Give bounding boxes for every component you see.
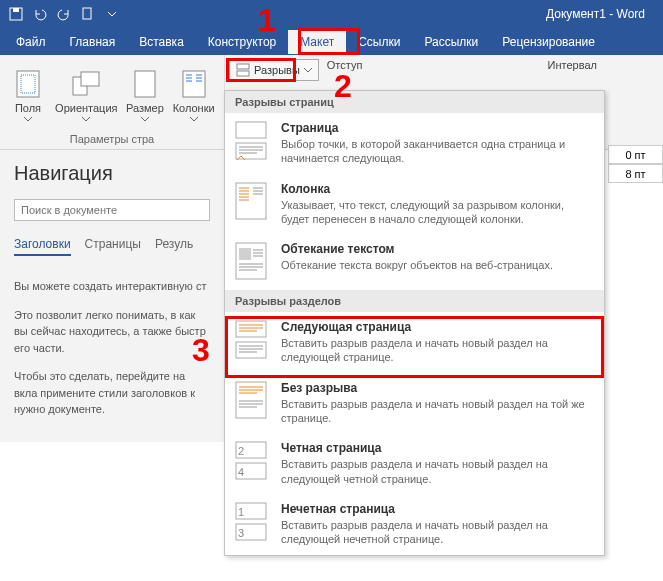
continuous-icon	[235, 381, 269, 421]
breaks-button[interactable]: Разрывы	[229, 59, 319, 81]
search-input[interactable]	[14, 199, 210, 221]
page-break-desc: Выбор точки, в которой заканчивается одн…	[281, 137, 594, 166]
menu-insert[interactable]: Вставка	[127, 30, 196, 54]
svg-rect-6	[81, 72, 99, 86]
navigation-tabs: Заголовки Страницы Резуль	[14, 237, 210, 256]
orientation-label: Ориентация	[55, 102, 117, 114]
spacing-before-input[interactable]: 0 пт	[608, 145, 663, 164]
qat-menu-icon[interactable]	[104, 6, 120, 22]
continuous-title: Без разрыва	[281, 381, 594, 395]
continuous-desc: Вставить разрыв раздела и начать новый р…	[281, 397, 594, 426]
spacing-after-input[interactable]: 8 пт	[608, 164, 663, 183]
spacing-label: Интервал	[548, 59, 597, 71]
odd-page-icon: 13	[235, 502, 269, 542]
svg-rect-16	[237, 71, 249, 76]
even-page-title: Четная страница	[281, 441, 594, 455]
dropdown-header-sections: Разрывы разделов	[225, 290, 604, 312]
column-break-icon	[235, 182, 269, 222]
dropdown-header-pages: Разрывы страниц	[225, 91, 604, 113]
size-label: Размер	[126, 102, 164, 114]
spacing-inputs: 0 пт 8 пт	[608, 145, 663, 183]
menu-bar: Файл Главная Вставка Конструктор Макет С…	[0, 28, 663, 55]
chevron-down-icon	[190, 117, 198, 122]
orientation-button[interactable]: Ориентация	[52, 59, 121, 131]
chevron-down-icon	[82, 117, 90, 122]
menuitem-page-break[interactable]: СтраницаВыбор точки, в которой заканчива…	[225, 113, 604, 174]
margins-label: Поля	[15, 102, 41, 114]
next-page-title: Следующая страница	[281, 320, 594, 334]
breaks-dropdown: Разрывы страниц СтраницаВыбор точки, в к…	[224, 90, 605, 556]
tab-pages[interactable]: Страницы	[85, 237, 141, 256]
svg-rect-7	[135, 71, 155, 97]
tab-headings[interactable]: Заголовки	[14, 237, 71, 256]
menu-design[interactable]: Конструктор	[196, 30, 288, 54]
nav-text-2: Это позволит легко понимать, в как вы се…	[14, 307, 210, 357]
text-wrapping-desc: Обтекание текста вокруг объектов на веб-…	[281, 258, 594, 272]
svg-text:4: 4	[238, 466, 244, 478]
columns-icon	[178, 68, 210, 100]
margins-button[interactable]: Поля	[6, 59, 50, 131]
svg-text:2: 2	[238, 445, 244, 457]
svg-text:1: 1	[238, 506, 244, 518]
menuitem-even-page[interactable]: 24 Четная страницаВставить разрыв раздел…	[225, 433, 604, 494]
even-page-icon: 24	[235, 441, 269, 481]
svg-rect-23	[236, 342, 266, 358]
chevron-down-icon	[24, 117, 32, 122]
page-break-title: Страница	[281, 121, 594, 135]
svg-rect-15	[237, 64, 249, 69]
menuitem-continuous[interactable]: Без разрываВставить разрыв раздела и нач…	[225, 373, 604, 434]
menuitem-odd-page[interactable]: 13 Нечетная страницаВставить разрыв разд…	[225, 494, 604, 555]
menu-references[interactable]: Ссылки	[346, 30, 412, 54]
page-setup-group: Поля Ориентация Размер Колонки Параметры…	[0, 55, 225, 149]
svg-text:3: 3	[238, 527, 244, 539]
tab-results[interactable]: Резуль	[155, 237, 193, 256]
chevron-down-icon	[304, 68, 312, 73]
menu-file[interactable]: Файл	[4, 30, 58, 54]
text-wrapping-icon	[235, 242, 269, 282]
document-title: Документ1 - Word	[120, 7, 655, 21]
margins-icon	[12, 68, 44, 100]
redo-icon[interactable]	[56, 6, 72, 22]
column-break-desc: Указывает, что текст, следующий за разры…	[281, 198, 594, 227]
navigation-title: Навигация	[14, 162, 210, 185]
save-icon[interactable]	[8, 6, 24, 22]
next-page-desc: Вставить разрыв раздела и начать новый р…	[281, 336, 594, 365]
svg-rect-22	[236, 321, 266, 337]
column-break-title: Колонка	[281, 182, 594, 196]
menu-layout[interactable]: Макет	[288, 30, 346, 54]
nav-text-3: Чтобы это сделать, перейдите на вкла при…	[14, 368, 210, 418]
svg-rect-21	[239, 248, 251, 260]
breaks-label: Разрывы	[254, 64, 300, 76]
menu-review[interactable]: Рецензирование	[490, 30, 607, 54]
page-break-icon	[235, 121, 269, 161]
columns-label: Колонки	[173, 102, 215, 114]
text-wrapping-title: Обтекание текстом	[281, 242, 594, 256]
menuitem-column-break[interactable]: КолонкаУказывает, что текст, следующий з…	[225, 174, 604, 235]
svg-rect-2	[83, 8, 91, 19]
menuitem-next-page[interactable]: Следующая страницаВставить разрыв раздел…	[225, 312, 604, 373]
page-setup-label: Параметры стра	[6, 131, 218, 145]
menuitem-text-wrapping[interactable]: Обтекание текстомОбтекание текста вокруг…	[225, 234, 604, 290]
indent-label: Отступ	[327, 59, 363, 71]
next-page-icon	[235, 320, 269, 360]
navigation-panel: Навигация Заголовки Страницы Резуль Вы м…	[0, 150, 224, 442]
chevron-down-icon	[141, 117, 149, 122]
menu-mailings[interactable]: Рассылки	[412, 30, 490, 54]
svg-rect-17	[236, 122, 266, 138]
svg-rect-1	[13, 8, 19, 12]
navigation-body: Вы можете создать интерактивную ст Это п…	[14, 278, 210, 418]
orientation-icon	[70, 68, 102, 100]
size-button[interactable]: Размер	[123, 59, 168, 131]
breaks-icon	[236, 63, 250, 77]
new-icon[interactable]	[80, 6, 96, 22]
odd-page-desc: Вставить разрыв раздела и начать новый р…	[281, 518, 594, 547]
even-page-desc: Вставить разрыв раздела и начать новый р…	[281, 457, 594, 486]
quick-access-toolbar	[8, 6, 120, 22]
undo-icon[interactable]	[32, 6, 48, 22]
title-bar: Документ1 - Word	[0, 0, 663, 28]
size-icon	[129, 68, 161, 100]
menu-home[interactable]: Главная	[58, 30, 128, 54]
nav-text-1: Вы можете создать интерактивную ст	[14, 278, 210, 295]
columns-button[interactable]: Колонки	[169, 59, 218, 131]
odd-page-title: Нечетная страница	[281, 502, 594, 516]
